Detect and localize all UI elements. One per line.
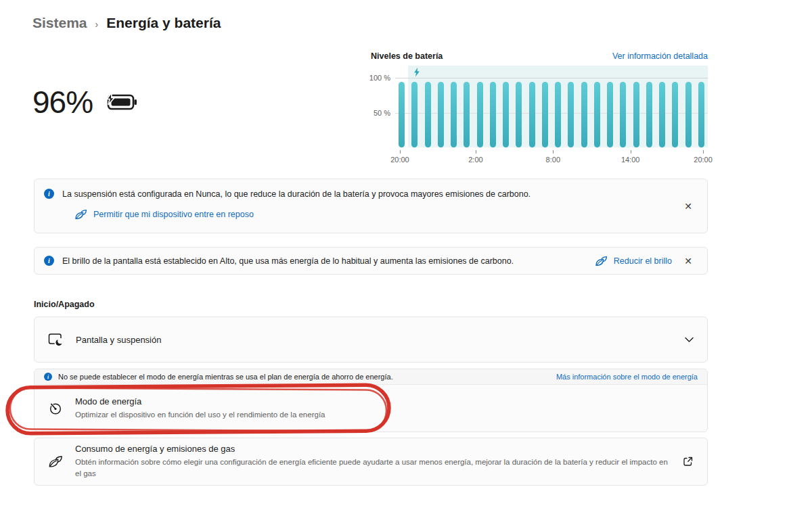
breadcrumb-parent[interactable]: Sistema [32, 15, 87, 31]
battery-summary: 96% [32, 84, 137, 120]
chart-bar [516, 82, 522, 147]
chart-bar [633, 82, 639, 147]
banner-action-label: Reducir el brillo [614, 256, 672, 266]
chart-bar [685, 82, 692, 147]
x-axis-tick [400, 150, 401, 154]
row-title: Modo de energía [75, 396, 325, 406]
section-label: Inicio/Apagado [34, 300, 95, 309]
chart-bar [659, 82, 665, 147]
chart-bar [464, 82, 470, 147]
row-title: Consumo de energía y emisiones de gas [75, 444, 670, 454]
chart-bar [451, 82, 457, 147]
breadcrumb-separator-icon: › [95, 17, 99, 30]
chart-bar [438, 82, 444, 147]
info-icon: i [44, 189, 54, 199]
chart-plot-area: 100 % 50 % [395, 66, 708, 149]
breadcrumb: Sistema › Energía y batería [32, 15, 221, 31]
chart-bar [542, 82, 548, 147]
battery-percent: 96% [32, 84, 93, 120]
banner-action-label: Permitir que mi dispositivo entre en rep… [93, 210, 254, 219]
chart-bar [425, 82, 431, 147]
x-axis-label: 8:00 [546, 156, 560, 164]
chart-bar [399, 82, 405, 147]
chart-bar [698, 82, 704, 147]
chart-bar [607, 82, 613, 147]
row-subtitle: Obtén información sobre cómo elegir una … [75, 457, 670, 479]
chart-bar [529, 82, 535, 147]
close-icon[interactable]: ✕ [680, 253, 696, 269]
settings-page: Sistema › Energía y batería 96% Niveles … [0, 0, 812, 512]
x-axis-label: 20:00 [390, 156, 409, 164]
screen-sleep-icon [48, 333, 64, 347]
y-axis-label-50: 50 % [374, 109, 390, 117]
power-mode-more-info-link[interactable]: Más información sobre el modo de energía [556, 373, 698, 381]
display-sleep-card[interactable]: Pantalla y suspensión [34, 317, 708, 363]
chart-bar [555, 82, 561, 147]
chart-bar [490, 82, 496, 147]
chart-bar [411, 82, 418, 147]
brightness-warning-banner: i El brillo de la pantalla está establec… [34, 247, 708, 275]
chart-bar [672, 82, 678, 147]
chart-x-axis: 20:002:008:0014:0020:00 [395, 149, 708, 168]
x-axis-label: 20:00 [694, 156, 713, 164]
eco-leaf-icon [74, 208, 87, 220]
x-axis-label: 14:00 [621, 156, 640, 164]
power-mode-card: i No se puede establecer el modo de ener… [34, 369, 708, 432]
chart-bar [503, 82, 509, 147]
chart-bar [581, 82, 587, 147]
chart-title: Niveles de batería [371, 51, 443, 61]
gauge-icon [48, 401, 63, 416]
x-axis-label: 2:00 [468, 156, 482, 164]
x-axis-tick [476, 150, 476, 154]
x-axis-tick [703, 150, 704, 154]
eco-leaf-icon [595, 255, 608, 267]
close-icon[interactable]: ✕ [680, 198, 696, 214]
x-axis-tick [631, 150, 631, 154]
info-icon: i [44, 256, 54, 266]
battery-charging-icon [104, 92, 137, 112]
banner-text: El brillo de la pantalla está establecid… [62, 256, 514, 266]
chart-bar [568, 82, 574, 147]
chart-bars [395, 66, 708, 147]
x-axis-tick [553, 150, 554, 154]
chart-bar [646, 82, 652, 147]
battery-levels-chart: Niveles de batería Ver información detal… [371, 51, 708, 168]
row-subtitle: Optimizar el dispositivo en función del … [75, 409, 325, 421]
see-detailed-info-link[interactable]: Ver información detallada [612, 51, 708, 61]
allow-sleep-link[interactable]: Permitir que mi dispositivo entre en rep… [74, 208, 667, 220]
page-title: Energía y batería [106, 15, 221, 31]
reduce-brightness-link[interactable]: Reducir el brillo [595, 255, 672, 267]
chart-bar [594, 82, 600, 147]
row-title: Pantalla y suspensión [76, 335, 161, 345]
eco-leaf-icon [48, 455, 63, 469]
external-link-icon [682, 456, 694, 467]
power-mode-row[interactable]: Modo de energía Optimizar el dispositivo… [35, 385, 707, 432]
banner-text: La suspensión está configurada en Nunca,… [62, 189, 531, 199]
y-axis-label-100: 100 % [369, 74, 390, 82]
infobar-text: No se puede establecer el modo de energí… [58, 373, 393, 381]
power-mode-infobar: i No se puede establecer el modo de ener… [35, 369, 707, 385]
chart-bar [620, 82, 626, 147]
chevron-down-icon[interactable] [685, 337, 694, 343]
energy-emissions-card[interactable]: Consumo de energía y emisiones de gas Ob… [34, 438, 708, 486]
info-icon: i [44, 373, 52, 381]
chart-bar [477, 82, 483, 147]
sleep-warning-banner: i La suspensión está configurada en Nunc… [34, 179, 708, 233]
